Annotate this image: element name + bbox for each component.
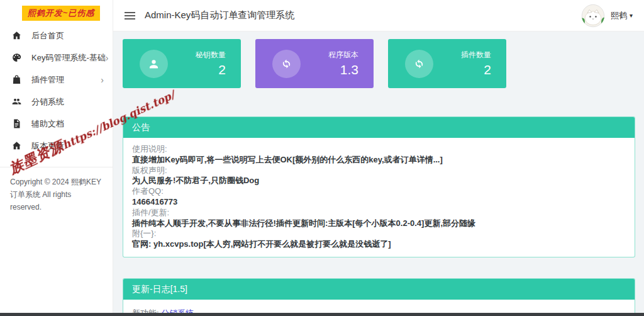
sidebar-item-version-update[interactable]: 版本更新 <box>0 135 113 157</box>
sidebar-item-docs[interactable]: 辅助文档 <box>0 113 113 135</box>
document-icon <box>11 118 22 129</box>
announcement-line: 官网: yh.xcvps.top[本人穷,网站打不开要么就是被打要么就是没钱逝了… <box>132 239 626 250</box>
sidebar-item-plugin-management[interactable]: 插件管理 › <box>0 69 113 91</box>
home-icon <box>11 30 22 41</box>
stat-card-plugin-count: 插件数量 2 <box>388 39 506 88</box>
stat-card-program-version: 程序版本 1.3 <box>255 39 374 88</box>
stat-value: 2 <box>461 62 491 77</box>
stat-card-key-count: 秘钥数量 2 <box>123 39 241 88</box>
main-content: 秘钥数量 2 程序版本 1.3 插件数量 2 公告 使用说明 <box>113 31 644 316</box>
username-label: 熙鹤 <box>611 10 627 21</box>
stat-label: 秘钥数量 <box>196 50 226 60</box>
sync-icon <box>272 50 301 78</box>
announcement-line: 为人民服务!不防君子,只防圈钱Dog <box>132 176 626 186</box>
stat-cards-row: 秘钥数量 2 程序版本 1.3 插件数量 2 <box>123 39 635 88</box>
sidebar-item-label: 分销系统 <box>31 96 64 108</box>
announcement-line: 插件/更新: <box>132 208 626 218</box>
announcement-title: 公告 <box>123 117 635 138</box>
topbar: Admin-Key码自动订单查询管理系统 熙鹤 ▾ <box>113 0 644 31</box>
sidebar-item-label: Key码管理系统-基础 <box>31 52 106 64</box>
sidebar-item-label: 后台首页 <box>31 30 64 42</box>
dev-banner: 熙鹤开发~已伤感 <box>22 6 100 21</box>
stat-value: 1.3 <box>328 62 358 77</box>
chevron-right-icon: › <box>101 76 104 84</box>
home-icon <box>11 140 22 151</box>
chevron-right-icon: › <box>106 54 109 62</box>
sidebar-item-label: 辅助文档 <box>31 118 64 130</box>
page-title: Admin-Key码自动订单查询管理系统 <box>145 9 294 21</box>
changelog-panel: 更新-日志[1.5] 新功能: 分销系统 <box>123 278 635 316</box>
user-dropdown[interactable]: 熙鹤 ▾ <box>581 4 633 28</box>
hamburger-menu-icon[interactable] <box>123 9 136 22</box>
sidebar-item-distribution[interactable]: 分销系统 <box>0 91 113 113</box>
users-icon <box>11 96 22 107</box>
sidebar-item-label: 版本更新 <box>31 140 64 152</box>
sidebar-item-home[interactable]: 后台首页 <box>0 25 113 47</box>
announcement-body: 使用说明: 直接增加Key码即可,将一些说明写上去便OK[额外别的什么东西的ke… <box>123 138 635 257</box>
copyright-text: Copyright © 2024 熙鹤KEY订单系统 All rights re… <box>0 167 113 222</box>
stat-label: 程序版本 <box>328 50 358 60</box>
avatar <box>581 4 605 28</box>
sync-icon <box>405 50 433 78</box>
announcement-line: 作者QQ: <box>132 186 626 197</box>
announcement-line: 1466416773 <box>132 197 626 208</box>
announcement-line: 直接增加Key码即可,将一些说明写上去便OK[额外别的什么东西的key,或者订单… <box>132 155 626 166</box>
stat-value: 2 <box>196 62 226 77</box>
bag-icon <box>11 74 22 85</box>
announcement-line: 版权声明: <box>132 166 626 176</box>
announcement-panel: 公告 使用说明: 直接增加Key码即可,将一些说明写上去便OK[额外别的什么东西… <box>123 116 635 257</box>
changelog-title: 更新-日志[1.5] <box>123 279 635 300</box>
palette-icon <box>11 52 22 63</box>
bottom-edge-strip <box>0 313 644 316</box>
sidebar-menu: 后台首页 Key码管理系统-基础 › 插件管理 › 分销系统 辅助文档 版本更新 <box>0 25 113 157</box>
stat-label: 插件数量 <box>461 50 491 60</box>
caret-down-icon: ▾ <box>630 12 633 19</box>
sidebar: 熙鹤开发~已伤感 后台首页 Key码管理系统-基础 › 插件管理 › 分销系统 … <box>0 0 113 316</box>
announcement-line: 附{一}: <box>132 229 626 239</box>
sidebar-item-label: 插件管理 <box>31 74 64 86</box>
sidebar-item-keycode-system[interactable]: Key码管理系统-基础 › <box>0 47 113 69</box>
announcement-line: 使用说明: <box>132 144 626 155</box>
announcement-line: 插件纯本人顺手开发,不要从事非法行径!插件更新时间:主版本[每个小版本0.2-0… <box>132 218 626 229</box>
person-icon <box>140 50 168 78</box>
